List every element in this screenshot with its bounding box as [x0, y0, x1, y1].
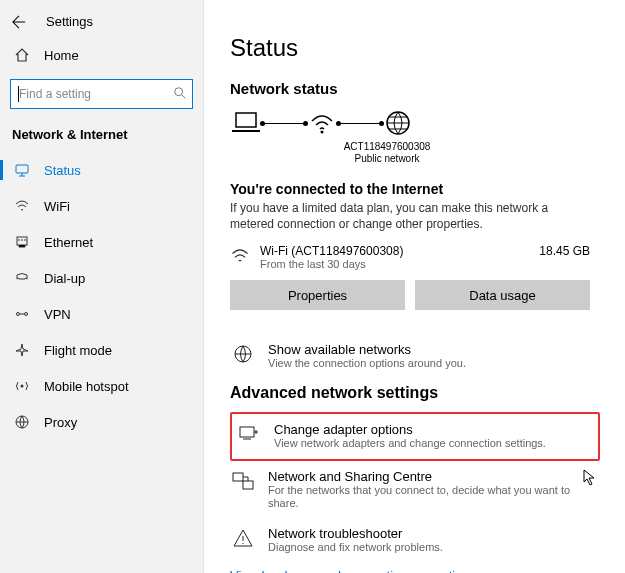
- sidebar-item-vpn[interactable]: VPN: [0, 296, 203, 332]
- sidebar-item-label: Mobile hotspot: [44, 379, 129, 394]
- usage-adapter-name: Wi-Fi (ACT118497600308): [260, 244, 403, 258]
- vpn-icon: [14, 306, 30, 322]
- sidebar: Settings Home Network & Internet Status …: [0, 0, 204, 573]
- main-content: Status Network status ACT118497600308 Pu…: [204, 0, 625, 573]
- text-cursor: [18, 86, 19, 102]
- setting-desc: For the networks that you connect to, de…: [268, 484, 598, 510]
- svg-rect-1: [16, 165, 28, 173]
- svg-rect-11: [240, 427, 254, 437]
- back-icon[interactable]: [12, 15, 26, 29]
- hardware-properties-link[interactable]: View hardware and connection properties: [230, 568, 613, 573]
- sidebar-item-label: Flight mode: [44, 343, 112, 358]
- sidebar-item-label: Dial-up: [44, 271, 85, 286]
- network-diagram: [230, 109, 613, 137]
- sidebar-item-label: WiFi: [44, 199, 70, 214]
- svg-rect-13: [243, 481, 253, 489]
- search-input[interactable]: [10, 79, 193, 109]
- setting-desc: View network adapters and change connect…: [274, 437, 546, 450]
- page-title: Status: [230, 34, 613, 62]
- wifi-diagram-icon: [306, 109, 338, 137]
- home-icon: [14, 47, 30, 63]
- wifi-icon: [14, 198, 30, 214]
- svg-point-3: [17, 313, 20, 316]
- svg-point-8: [321, 131, 324, 134]
- sidebar-item-label: Status: [44, 163, 81, 178]
- setting-title: Network and Sharing Centre: [268, 469, 598, 484]
- network-sharing-centre[interactable]: Network and Sharing Centre For the netwo…: [230, 461, 600, 518]
- setting-title: Network troubleshooter: [268, 526, 443, 541]
- setting-title: Change adapter options: [274, 422, 546, 437]
- show-available-networks[interactable]: Show available networks View the connect…: [230, 334, 600, 378]
- advanced-heading: Advanced network settings: [230, 384, 613, 402]
- wifi-icon: [230, 246, 250, 266]
- category-heading: Network & Internet: [0, 123, 203, 152]
- sidebar-item-dialup[interactable]: Dial-up: [0, 260, 203, 296]
- home-button[interactable]: Home: [0, 39, 203, 71]
- network-profile: Public network: [296, 153, 478, 165]
- setting-desc: Diagnose and fix network problems.: [268, 541, 443, 554]
- adapter-icon: [238, 424, 260, 444]
- sidebar-item-flightmode[interactable]: Flight mode: [0, 332, 203, 368]
- globe-diagram-icon: [382, 109, 414, 137]
- svg-point-5: [21, 385, 24, 388]
- sidebar-item-wifi[interactable]: WiFi: [0, 188, 203, 224]
- connected-description: If you have a limited data plan, you can…: [230, 201, 575, 232]
- sidebar-item-label: Proxy: [44, 415, 77, 430]
- sidebar-item-proxy[interactable]: Proxy: [0, 404, 203, 440]
- proxy-icon: [14, 414, 30, 430]
- hotspot-icon: [14, 378, 30, 394]
- sidebar-item-label: VPN: [44, 307, 71, 322]
- data-usage-button[interactable]: Data usage: [415, 280, 590, 310]
- svg-rect-12: [233, 473, 243, 481]
- svg-rect-7: [236, 113, 256, 127]
- sidebar-item-hotspot[interactable]: Mobile hotspot: [0, 368, 203, 404]
- sidebar-item-ethernet[interactable]: Ethernet: [0, 224, 203, 260]
- ethernet-icon: [14, 234, 30, 250]
- change-adapter-options[interactable]: Change adapter options View network adap…: [230, 412, 600, 460]
- setting-desc: View the connection options around you.: [268, 357, 466, 370]
- usage-period: From the last 30 days: [260, 258, 403, 270]
- warning-icon: [232, 528, 254, 548]
- network-troubleshooter[interactable]: Network troubleshooter Diagnose and fix …: [230, 518, 600, 562]
- usage-amount: 18.45 GB: [539, 244, 590, 258]
- setting-title: Show available networks: [268, 342, 466, 357]
- app-title: Settings: [46, 14, 93, 29]
- home-label: Home: [44, 48, 79, 63]
- dialup-icon: [14, 270, 30, 286]
- svg-point-4: [25, 313, 28, 316]
- globe-icon: [232, 344, 254, 364]
- sidebar-item-label: Ethernet: [44, 235, 93, 250]
- connected-heading: You're connected to the Internet: [230, 181, 613, 197]
- adapter-name: ACT118497600308: [296, 141, 478, 153]
- airplane-icon: [14, 342, 30, 358]
- network-status-heading: Network status: [230, 80, 613, 97]
- status-icon: [14, 162, 30, 178]
- sharing-icon: [232, 471, 254, 491]
- laptop-icon: [230, 109, 262, 137]
- properties-button[interactable]: Properties: [230, 280, 405, 310]
- sidebar-item-status[interactable]: Status: [0, 152, 203, 188]
